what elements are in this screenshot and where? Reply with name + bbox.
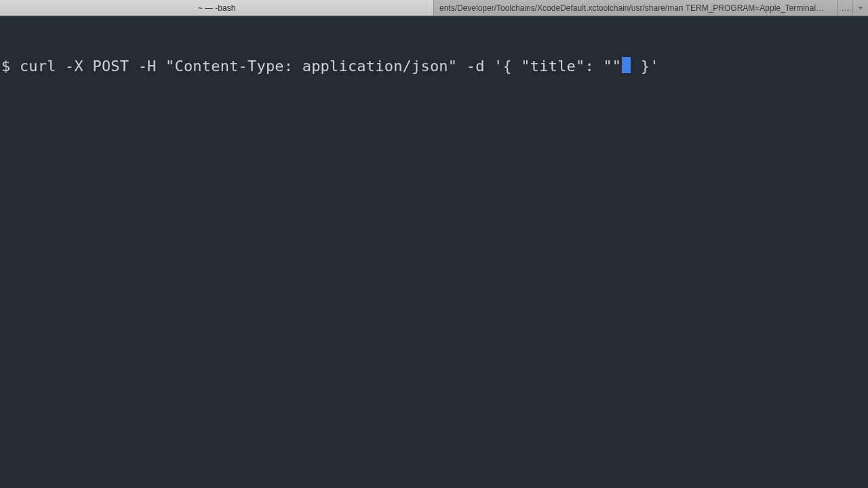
command-text-before-cursor: curl -X POST -H "Content-Type: applicati… (20, 58, 621, 75)
text-cursor (622, 57, 631, 73)
tab-bar: ~ — -bash …ents/Developer/Toolchains/Xco… (0, 0, 868, 16)
tab-overflow-button[interactable]: … (838, 0, 853, 16)
command-text-after-cursor: }' (631, 58, 658, 75)
tab-inactive-label: …ents/Developer/Toolchains/XcodeDefault.… (439, 3, 832, 13)
command-line: $ curl -X POST -H "Content-Type: applica… (1, 57, 867, 76)
tab-active[interactable]: ~ — -bash (0, 0, 434, 16)
shell-prompt: $ (1, 58, 20, 75)
plus-icon: + (858, 3, 863, 13)
tab-inactive[interactable]: …ents/Developer/Toolchains/XcodeDefault.… (434, 0, 838, 16)
tab-active-label: ~ — -bash (198, 3, 236, 13)
new-tab-button[interactable]: + (853, 0, 868, 16)
terminal-viewport[interactable]: $ curl -X POST -H "Content-Type: applica… (0, 16, 868, 488)
ellipsis-icon: … (841, 3, 850, 13)
